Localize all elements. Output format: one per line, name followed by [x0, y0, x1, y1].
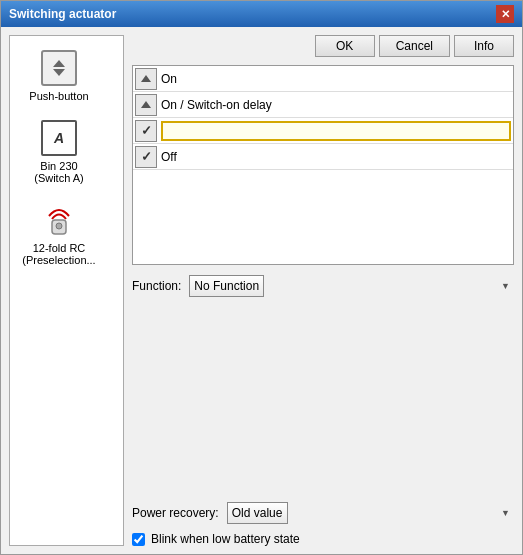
switch-on-delay-check-button[interactable]: [135, 94, 157, 116]
power-recovery-row: Power recovery: Old value On Off: [132, 502, 514, 524]
blink-checkbox[interactable]: [132, 533, 145, 546]
action-buttons: OK Cancel Info: [132, 35, 514, 57]
on-label: On: [161, 72, 177, 86]
bin230-label-line2: (Switch A): [34, 172, 84, 184]
power-recovery-select-wrapper: Old value On Off: [227, 502, 514, 524]
arrow-up-icon: [53, 60, 65, 67]
function-label: Function:: [132, 279, 181, 293]
power-recovery-select[interactable]: Old value On Off: [227, 502, 288, 524]
bin230-icon: A: [39, 118, 79, 158]
device-item-12fold-rc[interactable]: 12-fold RC (Preselection...: [14, 196, 104, 270]
main-content: Push-button A Bin 230 (Switch A): [1, 27, 522, 554]
function-row: Function: No Function On/Off Timer Dimmi…: [132, 275, 514, 297]
right-section: OK Cancel Info On: [132, 35, 514, 546]
rc-label-line2: (Preselection...: [22, 254, 95, 266]
device-item-push-button[interactable]: Push-button: [14, 44, 104, 106]
rc-icon: [39, 200, 79, 240]
on-check-button[interactable]: [135, 68, 157, 90]
close-button[interactable]: ✕: [496, 5, 514, 23]
push-button-icon: [39, 48, 79, 88]
blink-checkbox-row: Blink when low battery state: [132, 532, 514, 546]
titlebar: Switching actuator ✕: [1, 1, 522, 27]
info-button[interactable]: Info: [454, 35, 514, 57]
push-button-label: Push-button: [29, 90, 88, 102]
device-item-bin230[interactable]: A Bin 230 (Switch A): [14, 114, 104, 188]
channel-list: On On / Switch-on delay ✓: [132, 65, 514, 265]
checkmark-icon: ✓: [141, 149, 152, 164]
function-select-wrapper: No Function On/Off Timer Dimming: [189, 275, 514, 297]
bin230-label-line1: Bin 230: [40, 160, 77, 172]
list-item-off[interactable]: ✓ Off: [133, 144, 513, 170]
off-check-button[interactable]: ✓: [135, 146, 157, 168]
list-item-empty[interactable]: ✓: [133, 118, 513, 144]
function-select[interactable]: No Function On/Off Timer Dimming: [189, 275, 264, 297]
window-title: Switching actuator: [9, 7, 116, 21]
switching-actuator-window: Switching actuator ✕ Push-button A: [0, 0, 523, 555]
empty-check-button[interactable]: ✓: [135, 120, 157, 142]
device-list: Push-button A Bin 230 (Switch A): [9, 35, 124, 546]
svg-point-1: [56, 223, 62, 229]
center-panel: On On / Switch-on delay ✓: [132, 65, 514, 546]
list-item-switch-on-delay[interactable]: On / Switch-on delay: [133, 92, 513, 118]
arrow-up-icon: [141, 101, 151, 108]
spacer: [132, 297, 514, 494]
rc-label-line1: 12-fold RC: [33, 242, 86, 254]
checkmark-icon: ✓: [141, 123, 152, 138]
cancel-button[interactable]: Cancel: [379, 35, 450, 57]
switch-on-delay-label: On / Switch-on delay: [161, 98, 272, 112]
list-item-on[interactable]: On: [133, 66, 513, 92]
bottom-section: Power recovery: Old value On Off Blink: [132, 494, 514, 546]
power-recovery-label: Power recovery:: [132, 506, 219, 520]
blink-label: Blink when low battery state: [151, 532, 300, 546]
empty-input[interactable]: [161, 121, 511, 141]
arrow-down-icon: [53, 69, 65, 76]
arrow-up-icon: [141, 75, 151, 82]
ok-button[interactable]: OK: [315, 35, 375, 57]
off-label: Off: [161, 150, 177, 164]
